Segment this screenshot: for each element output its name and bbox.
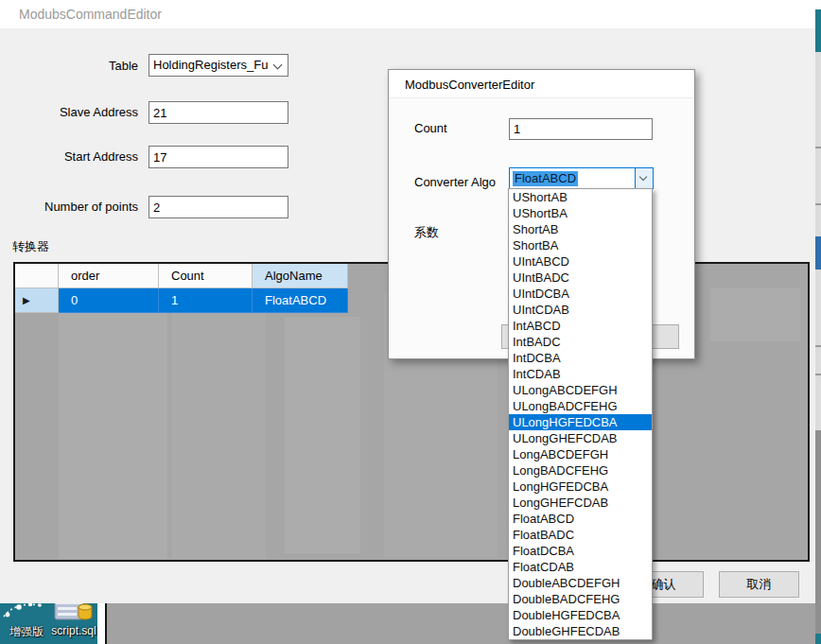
converter-algo-value: FloatABCD xyxy=(513,171,578,186)
dropdown-item[interactable]: DoubleABCDEFGH xyxy=(509,575,652,591)
background-window xyxy=(109,603,821,644)
ghost-artifact xyxy=(59,305,167,559)
table-row[interactable]: ▶ 0 1 FloatABCD xyxy=(15,288,348,313)
dropdown-item[interactable]: LongABCDEFGH xyxy=(509,446,652,462)
grid-header-row: order Count AlgoName xyxy=(15,264,348,288)
background-window-edge xyxy=(815,634,821,644)
chevron-down-icon xyxy=(273,61,283,70)
start-address-label: Start Address xyxy=(0,149,138,164)
number-of-points-label: Number of points xyxy=(0,200,138,214)
slave-address-label: Slave Address xyxy=(0,105,138,119)
grid-row-header-column[interactable] xyxy=(15,264,59,288)
dropdown-item[interactable]: DoubleGHFECDAB xyxy=(509,623,652,639)
scrollbar-tick xyxy=(815,345,821,347)
scrollbar-tick xyxy=(815,374,821,375)
number-of-points-input[interactable]: 2 xyxy=(148,196,288,218)
window-titlebar[interactable]: ModubsCommandEditor xyxy=(0,0,815,28)
screen: 增强版 script.sql ModubsCommandEditor Table… xyxy=(0,0,821,644)
dropdown-item[interactable]: UIntDCBA xyxy=(509,286,652,302)
slave-address-input[interactable]: 21 xyxy=(148,101,288,124)
algo-dropdown-list[interactable]: UShortABUShortBAShortABShortBAUIntABCDUI… xyxy=(508,188,653,640)
combobox-dropdown-button[interactable] xyxy=(635,168,653,188)
background-window-edge xyxy=(815,9,821,52)
dialog-title: ModbusConverterEditor xyxy=(405,78,534,92)
ghost-artifact xyxy=(710,288,800,341)
dropdown-item[interactable]: UIntCDAB xyxy=(509,302,652,318)
scrollbar-tick xyxy=(815,147,821,148)
table-combobox-value: HoldingRegisters_Fun xyxy=(153,58,269,72)
count-label: Count xyxy=(414,121,447,135)
coefficient-label: 系数 xyxy=(414,224,439,241)
dropdown-item[interactable]: FloatBADC xyxy=(509,527,652,543)
background-window-edge xyxy=(815,430,821,634)
dropdown-item[interactable]: DoubleHGFEDCBA xyxy=(509,607,652,623)
grid-column-count[interactable]: Count xyxy=(159,264,253,288)
background-window-edge xyxy=(815,0,821,9)
dropdown-item[interactable]: IntABCD xyxy=(509,318,652,334)
dropdown-item[interactable]: LongHGFEDCBA xyxy=(509,479,652,495)
dropdown-item[interactable]: FloatCDAB xyxy=(509,559,652,575)
dropdown-item[interactable]: FloatDCBA xyxy=(509,543,652,559)
scrollbar-tick xyxy=(815,203,821,205)
converter-section-label: 转换器 xyxy=(12,238,49,255)
table-combobox[interactable]: HoldingRegisters_Fun xyxy=(148,54,288,77)
dropdown-item[interactable]: ULongBADCFEHG xyxy=(509,398,652,414)
cell-algoname[interactable]: FloatABCD xyxy=(253,288,348,313)
grid-column-algoname[interactable]: AlgoName xyxy=(253,264,348,288)
dropdown-item[interactable]: ShortAB xyxy=(509,221,652,237)
cell-count[interactable]: 1 xyxy=(159,288,253,313)
cancel-button[interactable]: 取消 xyxy=(719,571,799,598)
dropdown-item[interactable]: UShortAB xyxy=(509,189,652,205)
desktop-icon-sql-label[interactable]: script.sql xyxy=(45,624,102,637)
dropdown-item[interactable]: UIntABCD xyxy=(509,253,652,270)
start-address-input[interactable]: 17 xyxy=(148,146,288,168)
table-label: Table xyxy=(0,59,138,73)
window-title: ModubsCommandEditor xyxy=(19,7,162,22)
converter-algo-label: Converter Algo xyxy=(414,175,496,189)
dropdown-item[interactable]: LongGHEFCDAB xyxy=(509,495,652,511)
dropdown-item[interactable]: ULongABCDEFGH xyxy=(509,382,652,398)
dropdown-item[interactable]: ULongHGFEDCBA xyxy=(509,414,652,430)
dropdown-item[interactable]: DoubleBADCFEHG xyxy=(509,591,652,607)
dropdown-item[interactable]: FloatABCD xyxy=(509,511,652,527)
dropdown-item[interactable]: ShortBA xyxy=(509,237,652,253)
background-scrollbar-thumb[interactable] xyxy=(815,236,821,270)
dropdown-item[interactable]: LongBADCFEHG xyxy=(509,462,652,479)
dropdown-item[interactable]: UIntBADC xyxy=(509,270,652,286)
dialog-titlebar[interactable]: ModbusConverterEditor xyxy=(389,70,694,98)
chevron-down-icon xyxy=(639,173,647,181)
cell-order[interactable]: 0 xyxy=(59,288,159,313)
dropdown-item[interactable]: UShortBA xyxy=(509,205,652,221)
dropdown-item[interactable]: ULongGHEFCDAB xyxy=(509,430,652,446)
grid-column-order[interactable]: order xyxy=(59,264,159,288)
converter-algo-combobox[interactable]: FloatABCD xyxy=(509,167,654,189)
ghost-artifact xyxy=(285,317,360,553)
row-selector-arrow-icon[interactable]: ▶ xyxy=(15,288,59,313)
count-input[interactable]: 1 xyxy=(509,118,653,140)
ghost-artifact xyxy=(172,305,266,559)
dropdown-item[interactable]: IntDCBA xyxy=(509,350,652,366)
dropdown-item[interactable]: IntCDAB xyxy=(509,366,652,382)
dropdown-item[interactable]: IntBADC xyxy=(509,334,652,350)
